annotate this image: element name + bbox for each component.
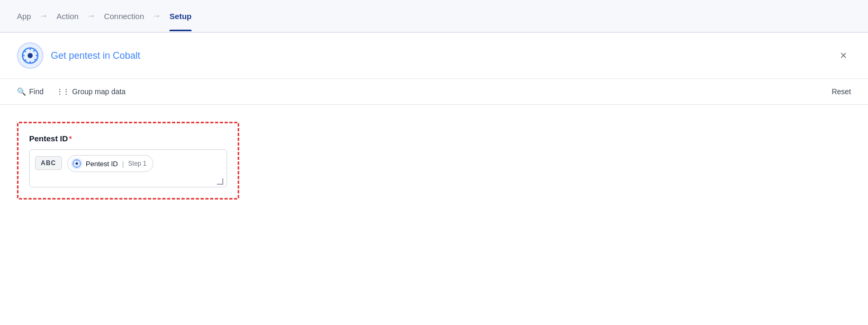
arrow-1: → [40,11,48,21]
main-content: Pentest ID* ABC Pente [0,105,868,325]
svg-point-1 [28,53,33,58]
token-step: Step 1 [128,160,147,167]
svg-rect-5 [35,55,38,56]
token-icon [71,158,83,169]
arrow-3: → [152,11,161,21]
reset-button[interactable]: Reset [831,87,851,96]
group-icon: ⋮⋮ [56,87,69,96]
step-setup-label: Setup [169,12,192,21]
group-map-button[interactable]: ⋮⋮ Group map data [56,85,125,98]
step-action-label: Action [57,12,79,21]
action-title-group: Get pentest in Cobalt [17,42,140,69]
svg-rect-12 [76,160,77,161]
token-name: Pentest ID [86,160,118,168]
action-header: Get pentest in Cobalt × [0,33,868,79]
close-button[interactable]: × [836,48,851,64]
token-cobalt-icon [73,159,81,168]
abc-badge: ABC [35,156,62,170]
svg-rect-13 [76,166,77,167]
svg-rect-4 [23,55,25,56]
action-title-prefix: Get pentest in [51,50,113,61]
step-connection[interactable]: Connection [104,12,144,21]
step-app[interactable]: App [17,12,31,21]
group-map-label: Group map data [72,87,125,96]
search-icon: 🔍 [17,87,26,96]
toolbar: 🔍 Find ⋮⋮ Group map data Reset [0,79,868,105]
page-wrapper: App → Action → Connection → Setup [0,0,868,325]
required-star: * [69,134,71,143]
highlight-box: Pentest ID* ABC Pente [17,122,239,200]
action-title: Get pentest in Cobalt [51,50,140,61]
token-separator: | [122,160,124,168]
svg-rect-14 [73,163,74,164]
find-label: Find [29,87,43,96]
step-setup[interactable]: Setup [169,12,192,21]
step-app-label: App [17,12,31,21]
arrow-2: → [87,11,95,21]
step-connection-label: Connection [104,12,144,21]
cobalt-logo [17,42,43,69]
svg-rect-15 [79,163,80,164]
step-action[interactable]: Action [57,12,79,21]
toolbar-left: 🔍 Find ⋮⋮ Group map data [17,85,125,98]
field-label: Pentest ID* [29,134,227,143]
cobalt-icon [22,47,39,64]
step-nav: App → Action → Connection → Setup [0,0,868,33]
svg-rect-3 [30,61,31,63]
field-label-text: Pentest ID [29,134,68,143]
pentest-id-input[interactable]: ABC Pentest ID | Step 1 [29,149,227,187]
svg-point-11 [76,162,78,165]
token-pill[interactable]: Pentest ID | Step 1 [67,155,153,172]
find-button[interactable]: 🔍 Find [17,85,43,98]
svg-rect-2 [30,48,31,50]
action-title-brand: Cobalt [113,50,140,61]
